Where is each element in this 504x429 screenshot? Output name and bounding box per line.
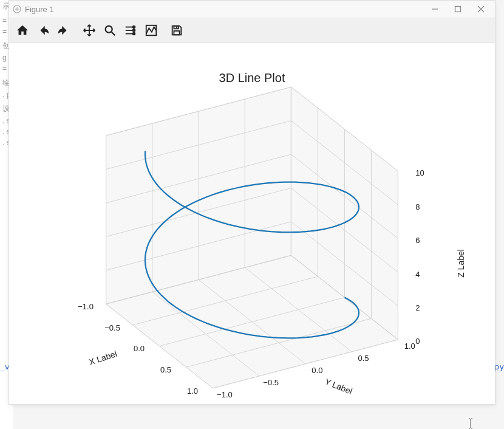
svg-rect-15 — [174, 31, 179, 35]
subplots-button[interactable] — [121, 21, 140, 40]
svg-text:0.0: 0.0 — [134, 344, 145, 353]
svg-point-12 — [133, 33, 135, 35]
back-button[interactable] — [33, 21, 53, 40]
home-button[interactable] — [13, 21, 32, 40]
window-title: Figure 1 — [25, 5, 54, 14]
svg-text:−1.0: −1.0 — [217, 390, 233, 399]
zoom-button[interactable] — [100, 21, 120, 40]
svg-text:4: 4 — [415, 270, 420, 279]
svg-text:0: 0 — [415, 337, 420, 346]
svg-text:10: 10 — [415, 168, 424, 177]
minimize-button[interactable] — [423, 1, 446, 18]
svg-text:8: 8 — [415, 202, 420, 211]
titlebar: Figure 1 — [9, 1, 495, 18]
forward-button[interactable] — [54, 21, 73, 40]
svg-text:Y Label: Y Label — [324, 377, 354, 397]
svg-rect-14 — [174, 26, 178, 29]
svg-text:0.0: 0.0 — [312, 366, 322, 375]
svg-line-6 — [112, 32, 115, 36]
svg-point-10 — [133, 26, 135, 29]
svg-rect-2 — [455, 7, 461, 12]
svg-text:−0.5: −0.5 — [104, 323, 120, 332]
svg-text:0.5: 0.5 — [160, 365, 171, 374]
app-icon — [12, 4, 22, 15]
close-button[interactable] — [469, 1, 492, 18]
svg-text:X Label: X Label — [88, 349, 118, 367]
maximize-button[interactable] — [446, 1, 469, 18]
svg-text:0.5: 0.5 — [358, 354, 369, 363]
svg-text:−0.5: −0.5 — [263, 378, 279, 387]
svg-point-5 — [106, 26, 112, 33]
toolbar — [9, 18, 495, 43]
editor-bottom-right: py — [494, 362, 504, 371]
svg-text:Z Label: Z Label — [456, 249, 466, 278]
svg-text:1.0: 1.0 — [404, 341, 415, 351]
svg-text:6: 6 — [415, 236, 420, 245]
svg-text:2: 2 — [415, 303, 420, 312]
plot-area[interactable]: 3D Line Plot −1.0−0.50.00.51.0−1.0−0.50.… — [9, 43, 495, 404]
pan-button[interactable] — [80, 21, 99, 40]
svg-text:1.0: 1.0 — [187, 386, 198, 396]
edit-button[interactable] — [141, 21, 161, 40]
svg-text:−1.0: −1.0 — [78, 302, 94, 311]
svg-point-11 — [133, 29, 135, 32]
save-button[interactable] — [167, 21, 186, 40]
figure-window: Figure 1 — [9, 0, 495, 405]
text-cursor-icon — [466, 418, 475, 429]
